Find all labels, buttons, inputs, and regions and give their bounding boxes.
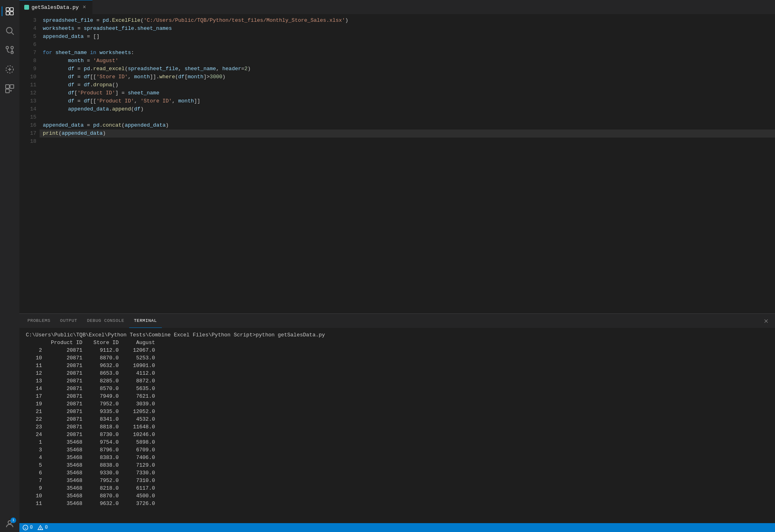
terminal-table-header: Product ID Store ID August [26,339,769,346]
table-row: 21208719335.012052.0 [26,408,769,415]
table-row: 7354687952.07310.0 [26,477,769,484]
panel: PROBLEMS OUTPUT DEBUG CONSOLE TERMINAL [19,313,775,523]
code-line-18 [40,138,775,146]
table-row: 13208718285.08872.0 [26,377,769,385]
svg-rect-14 [6,89,9,93]
table-row: 19208717952.03039.0 [26,400,769,408]
editor-area: 3 4 5 6 7 8 9 10 11 12 13 14 15 16 17 18 [19,14,775,523]
code-line-15 [40,113,775,121]
code-line-5: appended_data = [] [40,33,775,41]
line-numbers: 3 4 5 6 7 8 9 10 11 12 13 14 15 16 17 18 [19,14,40,313]
code-line-3: spreadsheet_file = pd.ExcelFile('C:/User… [40,17,775,25]
table-row: 10208718870.05253.0 [26,354,769,362]
panel-close-icon[interactable] [760,314,772,328]
code-line-10: df = df[['Store ID', month]].where(df[mo… [40,73,775,81]
code-line-12: df['Product ID'] = sheet_name [40,89,775,97]
panel-tabs: PROBLEMS OUTPUT DEBUG CONSOLE TERMINAL [19,314,775,328]
status-warnings[interactable]: 0 [38,525,48,530]
table-row: 24208718730.010246.0 [26,431,769,438]
svg-point-19 [40,529,41,529]
code-line-11: df = df.dropna() [40,81,775,89]
table-row: 22208718341.04532.0 [26,415,769,423]
svg-rect-3 [10,12,13,15]
tab-debug-console[interactable]: DEBUG CONSOLE [82,314,129,328]
status-bar: ✕ 0 0 [19,523,775,532]
svg-point-6 [6,46,8,49]
tab-problems[interactable]: PROBLEMS [23,314,55,328]
sidebar-item-account[interactable]: 1 [2,516,18,532]
svg-rect-12 [6,85,9,88]
table-row: 2208719112.012067.0 [26,346,769,354]
sidebar-item-search[interactable] [2,23,18,39]
table-row: 11208719632.010901.0 [26,362,769,369]
account-badge: 1 [10,517,16,523]
sidebar-item-debug[interactable] [2,61,18,77]
svg-rect-2 [6,12,9,15]
code-line-14: appended_data.append(df) [40,105,775,113]
code-line-8: month = 'August' [40,57,775,65]
tab-bar: getSalesData.py × [19,0,775,14]
code-line-7: for sheet_name in worksheets: [40,49,775,57]
svg-text:✕: ✕ [25,526,27,530]
table-row: 5354688838.07129.0 [26,461,769,469]
table-row: 6354689330.07330.0 [26,469,769,477]
table-row: 11354689632.03726.0 [26,500,769,507]
svg-rect-0 [6,8,9,11]
table-row: 3354688796.06709.0 [26,446,769,454]
svg-rect-1 [10,8,13,11]
code-line-4: worksheets = spreadsheet_file.sheet_name… [40,25,775,33]
code-line-16: appended_data = pd.concat(appended_data) [40,121,775,129]
code-line-9: df = pd.read_excel(spreadsheet_file, she… [40,65,775,73]
terminal-content[interactable]: C:\Users\Public\TQB\Excel\Python Tests\C… [19,328,775,523]
terminal-command: C:\Users\Public\TQB\Excel\Python Tests\C… [26,331,769,339]
code-line-17: print(appended_data) [40,129,775,138]
svg-line-5 [12,33,14,35]
table-row: 4354688383.07406.0 [26,454,769,461]
status-errors[interactable]: ✕ 0 [23,525,33,530]
table-row: 14208718570.05635.0 [26,385,769,392]
svg-point-4 [6,27,12,33]
sidebar-item-explorer[interactable] [2,3,18,19]
python-file-icon [24,5,29,10]
sidebar-item-extensions[interactable] [2,81,18,97]
tab-terminal[interactable]: TERMINAL [129,314,162,328]
code-line-13: df = df[['Product ID', 'Store ID', month… [40,97,775,105]
table-row: 1354689754.05898.0 [26,438,769,446]
table-row: 10354688870.04500.0 [26,492,769,500]
main-content: getSalesData.py × 3 4 5 6 7 8 9 10 11 12… [19,0,775,532]
terminal-table-rows: 2208719112.012067.010208718870.05253.011… [26,346,769,507]
tab-getsalesdata[interactable]: getSalesData.py × [19,0,92,14]
svg-point-8 [11,46,13,49]
code-editor[interactable]: 3 4 5 6 7 8 9 10 11 12 13 14 15 16 17 18 [19,14,775,313]
code-line-6 [40,41,775,49]
table-row: 17208717949.07621.0 [26,392,769,400]
code-content[interactable]: spreadsheet_file = pd.ExcelFile('C:/User… [40,14,775,313]
sidebar-item-git[interactable] [2,42,18,58]
activity-bar: 1 [0,0,19,532]
table-row: 9354688218.06117.0 [26,484,769,492]
tab-output[interactable]: OUTPUT [55,314,82,328]
table-row: 23208718818.011648.0 [26,423,769,431]
table-row: 12208718653.04112.0 [26,369,769,377]
tab-label: getSalesData.py [31,4,79,10]
svg-rect-13 [10,85,14,88]
tab-close-button[interactable]: × [81,4,88,10]
